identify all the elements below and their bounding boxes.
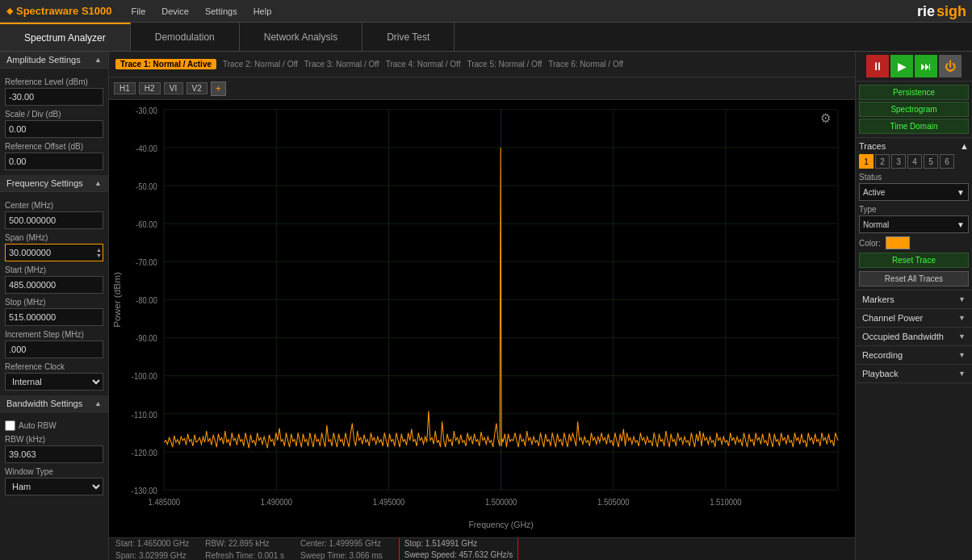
span-decrement-icon[interactable]: ▼ [96,253,102,258]
type-field-label: Type [859,205,969,214]
traces-header[interactable]: Traces ▲ [859,141,969,151]
trace4-label: Trace 4: Normal / Off [386,60,461,69]
rbw-label: RBW (kHz) [5,435,103,444]
trace-num-5[interactable]: 5 [924,154,938,169]
reset-all-traces-button[interactable]: Reset All Traces [859,271,969,286]
frequency-settings-header[interactable]: Frequency Settings ▲ [0,175,108,192]
trace-num-6[interactable]: 6 [940,154,954,169]
scale-div-input[interactable] [5,120,103,138]
status-rbw: RBW: 22.895 kHz Refresh Time: 0.001 s [205,537,284,561]
trace-num-4[interactable]: 4 [907,154,922,169]
trace3-label: Trace 3: Normal / Off [304,60,379,69]
stop-input[interactable] [5,308,103,326]
trace-bar: Trace 1: Normal / Active Trace 2: Normal… [109,52,855,77]
svg-text:-60.00: -60.00 [136,219,157,229]
marker-h2-button[interactable]: H2 [139,82,161,94]
recording-section[interactable]: Recording ▼ [856,346,972,365]
tab-network-analysis[interactable]: Network Analysis [240,23,362,51]
traces-chevron-icon: ▲ [960,141,969,151]
marker-vi-button[interactable]: VI [164,82,183,94]
marker-h1-button[interactable]: H1 [114,82,136,94]
spectrogram-button[interactable]: Spectrogram [859,102,969,117]
window-type-select[interactable]: Ham Hann Blackman Flat Top [5,478,103,495]
svg-text:sight: sight [936,3,966,19]
bandwidth-settings-content: Auto RBW RBW (kHz) Window Type Ham Hann … [0,412,108,500]
playback-section[interactable]: Playback ▼ [856,365,972,383]
ref-level-input[interactable] [5,88,103,106]
svg-text:-110.00: -110.00 [132,410,157,420]
title-bar: ◆ Spectraware S1000 File Device Settings… [0,0,972,23]
trace-num-2[interactable]: 2 [875,154,890,169]
svg-text:1.485000: 1.485000 [149,497,181,507]
markers-section[interactable]: Markers ▼ [856,290,972,309]
increment-input[interactable] [5,341,103,358]
trace-status-select[interactable]: Active ▼ [859,183,969,201]
trace1-label: Trace 1: Normal / Active [115,59,216,69]
play-button[interactable]: ▶ [890,55,913,77]
marker-add-button[interactable]: + [211,81,226,96]
svg-text:Frequency (GHz): Frequency (GHz) [468,520,534,530]
window-type-label: Window Type [5,467,103,476]
amplitude-chevron-icon: ▲ [94,56,102,64]
ref-clock-select[interactable]: Internal External [5,373,103,391]
trace-num-3[interactable]: 3 [891,154,906,169]
traces-section: Traces ▲ 1 2 3 4 5 6 Status Active ▼ Typ… [856,138,972,290]
ref-offset-label: Reference Offset (dB) [5,142,103,151]
markers-chevron-icon: ▼ [958,295,966,303]
rbw-input[interactable] [5,445,103,463]
color-swatch[interactable] [886,236,910,249]
bandwidth-settings-header[interactable]: Bandwidth Settings ▲ [0,395,108,412]
svg-text:-50.00: -50.00 [136,182,157,191]
occupied-bandwidth-section[interactable]: Occupied Bandwidth ▼ [856,328,972,346]
power-button[interactable]: ⏻ [939,55,962,77]
svg-text:-70.00: -70.00 [136,258,157,268]
frequency-settings-content: Center (MHz) Span (MHz) ▲ ▼ Start (MHz) … [0,192,108,395]
skip-button[interactable]: ⏭ [915,55,937,77]
tab-drive-test[interactable]: Drive Test [362,23,455,51]
center-label: Center (MHz) [5,201,103,210]
status-dropdown-icon: ▼ [957,188,965,197]
trace5-label: Trace 5: Normal / Off [467,60,542,69]
auto-rbw-checkbox[interactable] [5,420,15,431]
chart-settings-icon[interactable]: ⚙ [820,111,831,125]
auto-rbw-row: Auto RBW [5,420,103,431]
center-input[interactable] [5,211,103,229]
frequency-chevron-icon: ▲ [94,179,102,187]
amplitude-settings-header[interactable]: Amplitude Settings ▲ [0,52,108,69]
svg-text:1.495000: 1.495000 [373,497,405,507]
app-logo-icon: ◆ [6,6,13,16]
increment-label: Increment Step (MHz) [5,330,103,339]
trace-type-select[interactable]: Normal ▼ [859,215,969,233]
chart-area: -30.00 -40.00 -50.00 -60.00 -70.00 -80.0… [109,100,855,537]
svg-text:-120.00: -120.00 [132,448,157,458]
menu-settings[interactable]: Settings [199,5,244,18]
svg-text:-40.00: -40.00 [136,144,157,153]
trace-num-1[interactable]: 1 [859,154,874,169]
menu-device[interactable]: Device [155,5,195,18]
pause-button[interactable]: ⏸ [866,55,889,77]
status-stop-highlight: Stop: 1.514991 GHz Sweep Speed: 457.632 … [399,536,519,561]
menu-file[interactable]: File [125,5,153,18]
reset-trace-button[interactable]: Reset Trace [859,253,969,268]
ref-level-label: Reference Level (dBm) [5,77,103,86]
trace2-label: Trace 2: Normal / Off [223,60,298,69]
view-buttons: Persistence Spectrogram Time Domain [856,81,972,138]
svg-text:1.500000: 1.500000 [485,497,517,507]
tab-demodulation[interactable]: Demodulation [131,23,240,51]
persistence-button[interactable]: Persistence [859,85,969,100]
svg-text:-30.00: -30.00 [136,106,157,115]
span-label: Span (MHz) [5,233,103,242]
marker-v2-button[interactable]: V2 [186,82,207,94]
span-input[interactable] [5,244,103,261]
status-field-label: Status [859,173,969,182]
time-domain-button[interactable]: Time Domain [859,119,969,134]
app-title: Spectraware S1000 [16,5,112,17]
menu-help[interactable]: Help [247,5,279,18]
status-center: Center: 1.499995 GHz Sweep Time: 3.066 m… [300,537,383,561]
ref-offset-input[interactable] [5,153,103,170]
span-increment-icon[interactable]: ▲ [96,247,102,253]
channel-power-section[interactable]: Channel Power ▼ [856,309,972,328]
tab-spectrum-analyzer[interactable]: Spectrum Analyzer [0,23,131,51]
start-input[interactable] [5,276,103,294]
channel-power-chevron-icon: ▼ [958,314,966,322]
